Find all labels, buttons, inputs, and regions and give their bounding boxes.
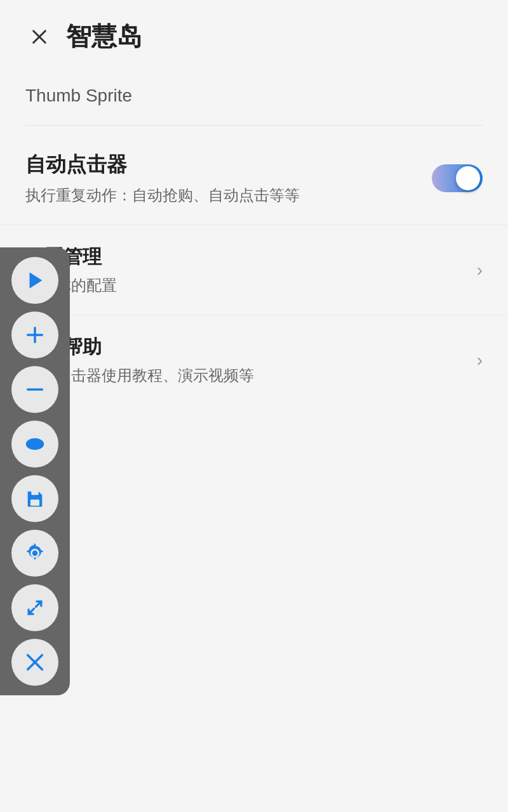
svg-point-7 (32, 442, 38, 447)
usage-help-title: 使用帮助 (25, 334, 464, 360)
main-panel: 智慧岛 Thumb Sprite 自动点击器 执行重复动作：自动抢购、自动点击等… (0, 0, 508, 812)
thumb-sprite-section: Thumb Sprite (0, 67, 508, 119)
auto-clicker-title: 自动点击器 (25, 151, 432, 179)
toolbar-settings-button[interactable] (11, 530, 58, 577)
header-close-button[interactable] (25, 23, 53, 51)
toolbar-add-button[interactable] (11, 311, 58, 358)
usage-help-chevron-icon: › (477, 350, 483, 370)
svg-rect-8 (31, 490, 38, 495)
auto-clicker-text: 自动点击器 执行重复动作：自动抢购、自动点击等等 (25, 151, 432, 206)
config-manager-chevron-icon: › (477, 260, 483, 280)
toolbar-eye-button[interactable] (11, 421, 58, 468)
config-manager-desc: 管理你的配置 (25, 275, 464, 296)
toolbar-minus-button[interactable] (11, 366, 58, 413)
thumb-sprite-label: Thumb Sprite (25, 86, 132, 105)
floating-toolbar (0, 247, 70, 695)
usage-help-row[interactable]: 使用帮助 自动点击器使用教程、演示视频等 › (0, 315, 508, 405)
config-manager-content: 配置管理 管理你的配置 (25, 244, 464, 296)
toolbar-play-button[interactable] (11, 257, 58, 304)
usage-help-desc: 自动点击器使用教程、演示视频等 (25, 365, 464, 386)
svg-marker-2 (30, 272, 43, 289)
svg-rect-9 (30, 499, 39, 506)
config-manager-title: 配置管理 (25, 244, 464, 270)
toggle-knob (456, 166, 480, 190)
header: 智慧岛 (0, 0, 508, 67)
auto-clicker-toggle[interactable] (432, 164, 483, 192)
divider-1 (25, 125, 483, 126)
toolbar-collapse-button[interactable] (11, 584, 58, 631)
config-manager-row[interactable]: 配置管理 管理你的配置 › (0, 225, 508, 315)
toolbar-save-button[interactable] (11, 475, 58, 522)
toolbar-close-button[interactable] (11, 639, 58, 686)
usage-help-content: 使用帮助 自动点击器使用教程、演示视频等 (25, 334, 464, 386)
app-title: 智慧岛 (66, 19, 142, 54)
auto-clicker-desc: 执行重复动作：自动抢购、自动点击等等 (25, 185, 432, 206)
auto-clicker-row: 自动点击器 执行重复动作：自动抢购、自动点击等等 (0, 132, 508, 225)
